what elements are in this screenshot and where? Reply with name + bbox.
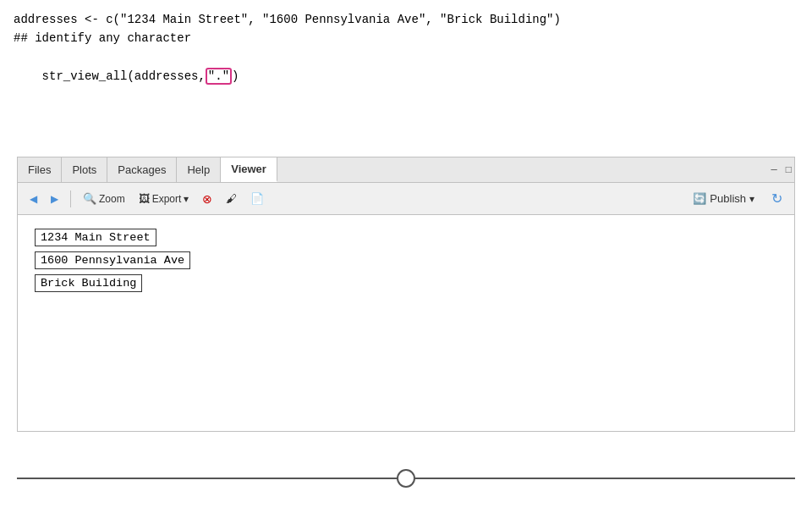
code-line-2: ## identify any character: [14, 29, 798, 47]
code-area: addresses <- c("1234 Main Street", "1600…: [0, 0, 812, 115]
result-row-2: Brick Building: [35, 274, 777, 292]
delete-icon: [202, 192, 212, 206]
code-suffix: ): [232, 69, 239, 83]
forward-icon: [51, 193, 58, 205]
tab-plots[interactable]: Plots: [62, 157, 107, 182]
bottom-slider-area: [17, 466, 795, 491]
publish-icon: [693, 192, 706, 205]
refresh-icon: [771, 190, 782, 207]
export-button[interactable]: Export: [134, 190, 195, 207]
tab-bar: Files Plots Packages Help Viewer ─ □: [18, 157, 794, 183]
code-highlight: ".": [206, 68, 232, 85]
brush-button[interactable]: [221, 190, 242, 207]
slider-line-right: [414, 478, 795, 479]
slider-handle[interactable]: [397, 469, 415, 488]
separator-1: [70, 190, 71, 207]
publish-chevron: [749, 192, 754, 205]
minimize-button[interactable]: ─: [769, 163, 780, 178]
export-label: Export: [152, 193, 182, 205]
code-line-1: addresses <- c("1234 Main Street", "1600…: [14, 10, 798, 29]
toolbar: Zoom Export Publish: [18, 183, 794, 215]
maximize-button[interactable]: □: [783, 163, 794, 178]
zoom-label: Zoom: [99, 193, 125, 205]
viewer-panel: Files Plots Packages Help Viewer ─ □ Zoo…: [17, 157, 795, 432]
result-text-0: 1234 Main Street: [35, 229, 156, 246]
publish-button[interactable]: Publish: [684, 189, 763, 208]
doc-icon: [250, 192, 264, 205]
back-button[interactable]: [25, 190, 42, 207]
publish-label: Publish: [710, 192, 746, 205]
tab-help[interactable]: Help: [177, 157, 221, 182]
refresh-button[interactable]: [766, 188, 787, 209]
window-controls: ─ □: [769, 163, 794, 178]
back-icon: [30, 193, 37, 205]
export-chevron: [184, 193, 189, 205]
result-row-1: 1600 Pennsylvania Ave: [35, 251, 777, 269]
tab-files[interactable]: Files: [18, 157, 62, 182]
brush-icon: [226, 192, 237, 205]
zoom-button[interactable]: Zoom: [78, 190, 130, 207]
result-row-0: 1234 Main Street: [35, 229, 777, 246]
viewer-content: 1234 Main Street 1600 Pennsylvania Ave B…: [18, 215, 794, 431]
forward-button[interactable]: [46, 190, 63, 207]
delete-button[interactable]: [197, 190, 217, 208]
tab-viewer[interactable]: Viewer: [221, 157, 277, 182]
result-text-1: 1600 Pennsylvania Ave: [35, 251, 190, 269]
zoom-icon: [83, 192, 96, 205]
slider-line-left: [17, 478, 398, 479]
result-text-2: Brick Building: [35, 274, 142, 292]
doc-button[interactable]: [245, 190, 269, 207]
tab-packages[interactable]: Packages: [107, 157, 177, 182]
code-prefix: str_view_all(addresses,: [42, 69, 206, 83]
export-icon: [139, 192, 150, 205]
code-line-3: str_view_all(addresses,"."): [14, 48, 798, 105]
